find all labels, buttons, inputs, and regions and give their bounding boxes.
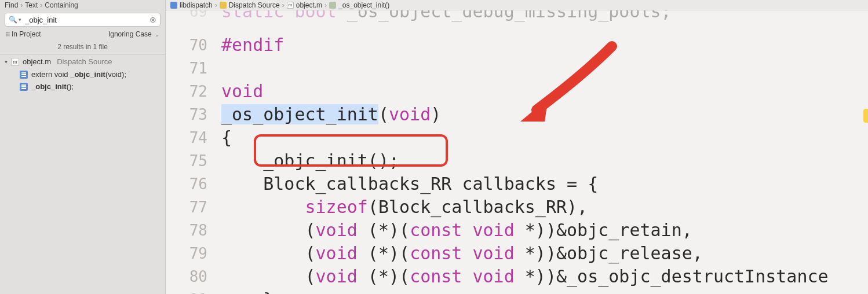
crumb-text[interactable]: Text — [25, 1, 38, 9]
source-editor[interactable]: 69707172737475767778798081 static bool _… — [166, 10, 868, 294]
code-line[interactable]: }; — [221, 288, 868, 294]
line-number: 79 — [166, 242, 207, 265]
result-text: _objc_init(); — [31, 82, 74, 91]
line-number: 81 — [166, 288, 207, 294]
find-breadcrumb[interactable]: Find › Text › Containing — [0, 0, 165, 10]
objc-file-icon: m — [11, 58, 19, 66]
chevron-right-icon: › — [324, 1, 327, 9]
line-number: 69 — [166, 10, 207, 23]
line-gutter: 69707172737475767778798081 — [166, 10, 221, 294]
project-icon — [170, 2, 177, 9]
line-number: 72 — [166, 80, 207, 103]
function-icon — [329, 2, 336, 9]
code-line[interactable]: (void (*)(const void *))&objc_release, — [221, 242, 868, 265]
editor-pane: libdispatch › Dispatch Source › mobject.… — [166, 0, 868, 294]
chevron-right-icon: › — [215, 1, 217, 9]
line-number: 76 — [166, 172, 207, 196]
code-line[interactable]: (void (*)(const void *))&objc_retain, — [221, 219, 868, 242]
updown-icon: ⌄ — [155, 32, 159, 38]
annotation-highlight-box — [254, 134, 448, 167]
crumb-find[interactable]: Find — [5, 1, 18, 9]
search-icon: 🔍 — [9, 16, 17, 24]
line-number: 77 — [166, 196, 207, 219]
line-number: 73 — [166, 103, 207, 126]
code-line[interactable]: Block_callbacks_RR callbacks = { — [221, 172, 868, 196]
line-number: 78 — [166, 219, 207, 242]
results-summary: 2 results in 1 file — [0, 39, 165, 55]
chevron-right-icon: › — [40, 1, 42, 9]
disclosure-triangle-icon[interactable]: ▾ — [5, 58, 8, 65]
folder-icon — [220, 2, 227, 9]
crumb-containing[interactable]: Containing — [45, 1, 78, 9]
jump-bar[interactable]: libdispatch › Dispatch Source › mobject.… — [166, 0, 868, 10]
chevron-down-icon[interactable]: ▾ — [19, 17, 21, 23]
annotation-arrow-icon — [513, 41, 629, 122]
result-file-group: Dispatch Source — [57, 57, 112, 66]
result-text: extern void _objc_init(void); — [31, 70, 126, 79]
code-content[interactable]: static bool _os_object_debug_missing_poo… — [221, 10, 868, 294]
jumpbar-group[interactable]: Dispatch Source — [220, 1, 280, 9]
line-number: 71 — [166, 57, 207, 80]
line-number: 74 — [166, 126, 207, 149]
jumpbar-file[interactable]: mobject.m — [287, 1, 322, 9]
objc-file-icon: m — [287, 2, 294, 9]
chevron-right-icon: › — [282, 1, 285, 9]
search-result[interactable]: extern void _objc_init(void); — [0, 68, 165, 80]
result-file-row[interactable]: ▾ m object.m Dispatch Source — [0, 55, 165, 68]
chevron-right-icon: › — [20, 1, 23, 9]
jumpbar-symbol[interactable]: _os_object_init() — [329, 1, 389, 9]
case-popup[interactable]: Ignoring Case ⌄ — [108, 30, 159, 38]
match-icon — [20, 71, 28, 79]
code-line[interactable]: static bool _os_object_debug_missing_poo… — [221, 10, 868, 23]
code-line[interactable]: sizeof(Block_callbacks_RR), — [221, 196, 868, 219]
line-number: 80 — [166, 265, 207, 288]
clear-icon[interactable]: ⊗ — [149, 15, 156, 24]
code-line[interactable]: (void (*)(const void *))&_os_objc_destru… — [221, 265, 868, 288]
search-scope-bar: ⁝⁝⁝ In Project Ignoring Case ⌄ — [0, 29, 165, 39]
result-file-name: object.m — [23, 57, 51, 66]
search-field[interactable]: 🔍 ▾ ⊗ — [5, 13, 161, 27]
line-number: 75 — [166, 149, 207, 172]
change-marker — [863, 109, 868, 123]
line-number: 70 — [166, 34, 207, 57]
search-input[interactable] — [25, 16, 149, 24]
scope-label[interactable]: In Project — [12, 30, 41, 38]
find-navigator: Find › Text › Containing 🔍 ▾ ⊗ ⁝⁝⁝ In Pr… — [0, 0, 166, 294]
match-icon — [20, 83, 28, 91]
scope-icon: ⁝⁝⁝ — [6, 31, 9, 38]
search-result[interactable]: _objc_init(); — [0, 80, 165, 93]
jumpbar-project[interactable]: libdispatch — [170, 1, 213, 9]
